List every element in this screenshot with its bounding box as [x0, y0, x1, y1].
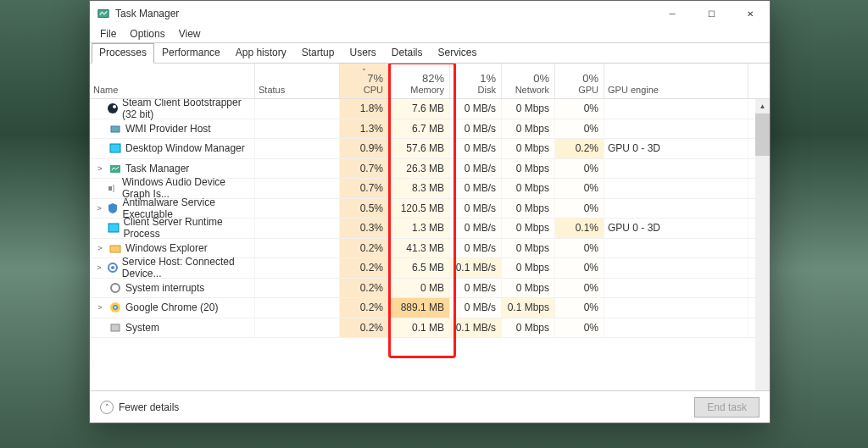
expand-icon[interactable]: >: [95, 263, 103, 272]
process-name: Steam Client Bootstrapper (32 bit): [122, 99, 249, 120]
svg-rect-7: [108, 224, 119, 232]
cell-gpu: 0%: [555, 99, 604, 119]
cell-status: [255, 179, 340, 198]
vertical-scrollbar[interactable]: ▲ ▼: [755, 99, 770, 390]
cell-cpu: 0.3%: [340, 218, 389, 238]
cell-status: [255, 199, 340, 218]
table-body[interactable]: Steam Client Bootstrapper (32 bit)1.8%7.…: [90, 99, 770, 390]
cell-name: Desktop Window Manager: [90, 139, 255, 158]
col-cpu[interactable]: ⌄ 7% CPU: [340, 64, 389, 98]
col-status[interactable]: Status: [255, 64, 340, 98]
cell-name: Client Server Runtime Process: [90, 218, 255, 238]
col-disk[interactable]: 1% Disk: [450, 64, 502, 98]
table-row[interactable]: Client Server Runtime Process0.3%1.3 MB0…: [90, 218, 770, 239]
maximize-button[interactable]: ☐: [692, 1, 731, 26]
cell-engine: [604, 279, 748, 298]
end-task-button[interactable]: End task: [694, 397, 760, 418]
menu-view[interactable]: View: [172, 26, 208, 42]
cell-name: System interrupts: [90, 279, 255, 298]
cell-status: [255, 159, 340, 179]
cell-status: [255, 258, 340, 278]
cell-disk: 0 MB/s: [450, 218, 502, 238]
cell-disk: 0 MB/s: [450, 279, 502, 298]
table-row[interactable]: Steam Client Bootstrapper (32 bit)1.8%7.…: [90, 99, 770, 119]
cell-cpu: 0.2%: [340, 258, 389, 278]
cell-network: 0 Mbps: [502, 139, 555, 158]
expand-icon[interactable]: >: [95, 244, 105, 252]
svg-rect-3: [111, 126, 120, 132]
svg-point-2: [113, 105, 116, 108]
cell-name: >Windows Explorer: [90, 239, 255, 258]
steam-icon: [107, 102, 119, 115]
process-name: Client Server Runtime Process: [123, 216, 249, 240]
tab-startup[interactable]: Startup: [294, 43, 342, 63]
table-row[interactable]: System0.2%0.1 MB0.1 MB/s0 Mbps0%: [90, 318, 770, 339]
col-gpu[interactable]: 0% GPU: [555, 64, 604, 98]
cell-name: System: [90, 318, 255, 338]
col-name[interactable]: Name: [90, 64, 255, 98]
tab-services[interactable]: Services: [431, 43, 485, 63]
fewer-details-button[interactable]: ˄ Fewer details: [100, 401, 179, 414]
cell-network: 0.1 Mbps: [502, 298, 555, 318]
expand-icon[interactable]: >: [95, 164, 105, 173]
cell-disk: 0 MB/s: [450, 119, 502, 139]
table-row[interactable]: System interrupts0.2%0 MB0 MB/s0 Mbps0%: [90, 279, 770, 299]
tab-performance[interactable]: Performance: [154, 43, 228, 63]
minimize-button[interactable]: ─: [653, 1, 692, 26]
col-memory[interactable]: 82% Memory: [389, 64, 450, 98]
col-network[interactable]: 0% Network: [502, 64, 555, 98]
titlebar[interactable]: Task Manager ─ ☐ ✕: [90, 1, 770, 26]
tab-processes[interactable]: Processes: [92, 43, 154, 64]
cell-name: Windows Audio Device Graph Is...: [90, 179, 255, 198]
taskmgr-icon: [97, 7, 110, 20]
audio-icon: [107, 181, 119, 195]
tab-details[interactable]: Details: [384, 43, 431, 63]
menu-options[interactable]: Options: [123, 26, 171, 42]
cell-gpu: 0%: [555, 159, 604, 179]
cell-memory: 1.3 MB: [389, 218, 450, 238]
sort-caret-icon: ⌄: [361, 64, 367, 72]
cell-disk: 0.1 MB/s: [450, 318, 502, 338]
menubar: File Options View: [90, 26, 770, 43]
process-table: Name Status ⌄ 7% CPU 82% Memory 1% Disk …: [90, 64, 770, 390]
sys-icon: [108, 281, 122, 295]
scroll-down-arrow-icon[interactable]: ▼: [755, 385, 770, 390]
cell-network: 0 Mbps: [502, 119, 555, 139]
cell-engine: [604, 318, 748, 338]
tab-app-history[interactable]: App history: [228, 43, 294, 63]
taskmgr-icon: [108, 162, 122, 175]
cell-network: 0 Mbps: [502, 179, 555, 198]
cell-memory: 6.5 MB: [389, 258, 450, 278]
table-row[interactable]: >Google Chrome (20)0.2%889.1 MB0 MB/s0.1…: [90, 298, 770, 318]
table-row[interactable]: WMI Provider Host1.3%6.7 MB0 MB/s0 Mbps0…: [90, 119, 770, 140]
svg-point-14: [114, 307, 117, 309]
cell-gpu: 0.1%: [555, 218, 604, 238]
cell-cpu: 1.8%: [340, 99, 389, 119]
cell-network: 0 Mbps: [502, 318, 555, 338]
menu-file[interactable]: File: [93, 26, 123, 42]
shield-icon: [107, 202, 119, 215]
close-button[interactable]: ✕: [731, 1, 770, 26]
cell-engine: [604, 239, 748, 258]
cell-engine: [604, 199, 748, 218]
cell-name: >Google Chrome (20): [90, 298, 255, 318]
expand-icon[interactable]: >: [95, 303, 105, 312]
table-row[interactable]: Desktop Window Manager0.9%57.6 MB0 MB/s0…: [90, 139, 770, 159]
table-row[interactable]: >Service Host: Connected Device...0.2%6.…: [90, 258, 770, 279]
cell-name: WMI Provider Host: [90, 119, 255, 139]
cell-network: 0 Mbps: [502, 279, 555, 298]
cell-cpu: 0.2%: [340, 279, 389, 298]
chrome-icon: [108, 301, 122, 314]
cell-disk: 0 MB/s: [450, 199, 502, 218]
cell-network: 0 Mbps: [502, 99, 555, 119]
scroll-thumb[interactable]: [755, 113, 770, 156]
cell-status: [255, 239, 340, 258]
scroll-up-arrow-icon[interactable]: ▲: [755, 99, 770, 113]
cell-status: [255, 298, 340, 318]
col-gpu-engine[interactable]: GPU engine: [604, 64, 748, 98]
expand-icon[interactable]: >: [95, 204, 103, 213]
cell-engine: [604, 179, 748, 198]
cell-network: 0 Mbps: [502, 218, 555, 238]
tab-users[interactable]: Users: [342, 43, 383, 63]
cell-disk: 0 MB/s: [450, 139, 502, 158]
